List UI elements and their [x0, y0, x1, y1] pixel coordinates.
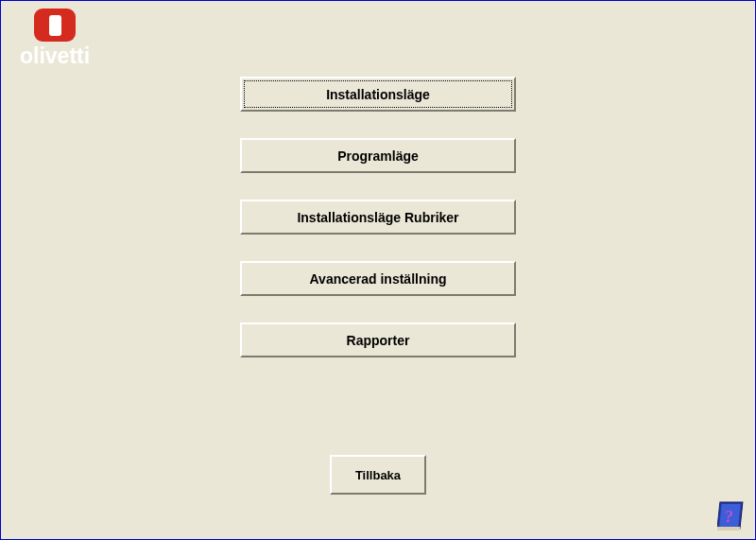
installation-headers-button[interactable]: Installationsläge Rubriker	[240, 200, 516, 235]
menu-item-label: Installationsläge Rubriker	[297, 210, 458, 225]
main-menu: Installationsläge Programläge Installati…	[240, 77, 516, 357]
brand-logo-mark	[34, 9, 76, 42]
menu-item-label: Installationsläge	[326, 87, 430, 102]
back-button-label: Tillbaka	[355, 468, 401, 482]
brand-logo-mark-inner	[49, 15, 61, 36]
brand-logo: olivetti	[20, 9, 90, 69]
menu-item-label: Avancerad inställning	[310, 271, 447, 287]
advanced-settings-button[interactable]: Avancerad inställning	[240, 261, 516, 296]
program-mode-button[interactable]: Programläge	[240, 138, 516, 173]
brand-logo-text: olivetti	[20, 44, 90, 69]
svg-rect-3	[717, 527, 740, 531]
help-icon[interactable]: ?	[717, 501, 747, 531]
installation-mode-button[interactable]: Installationsläge	[240, 77, 516, 112]
back-button[interactable]: Tillbaka	[330, 455, 426, 495]
menu-item-label: Programläge	[337, 148, 419, 164]
menu-item-label: Rapporter	[347, 333, 410, 348]
reports-button[interactable]: Rapporter	[240, 322, 516, 357]
